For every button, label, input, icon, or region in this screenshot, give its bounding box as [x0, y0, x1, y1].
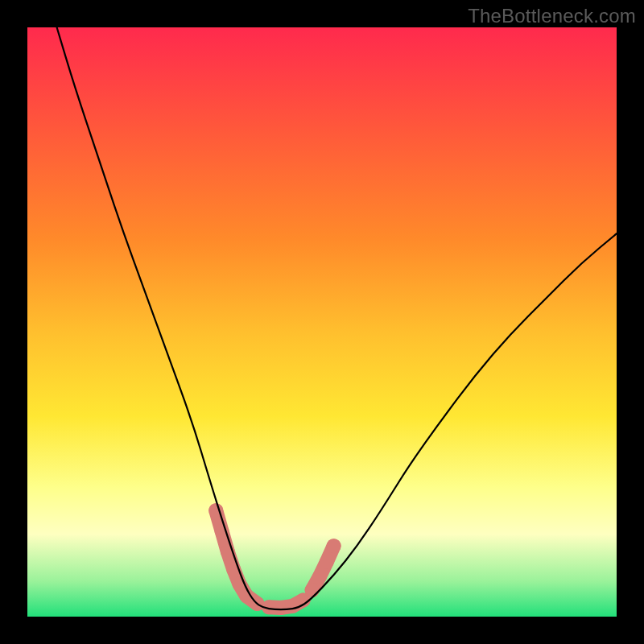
plot-area — [27, 27, 617, 617]
marker-cluster — [208, 503, 341, 614]
chart-frame: TheBottleneck.com — [0, 0, 644, 644]
marker-dot — [305, 583, 320, 597]
curve-layer — [27, 27, 617, 617]
watermark-text: TheBottleneck.com — [468, 5, 636, 27]
marker-dot — [327, 539, 341, 553]
bottleneck-curve — [57, 27, 617, 609]
